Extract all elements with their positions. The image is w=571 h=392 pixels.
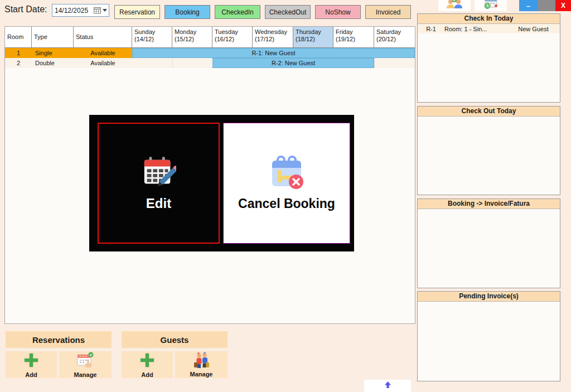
check-in-room: Room: 1 - Sin... bbox=[444, 26, 507, 32]
check-in-ref: R-1 bbox=[418, 26, 444, 32]
guests-section-title: Guests bbox=[122, 331, 228, 348]
day-header-thursday-today: Thursday(18/12) bbox=[293, 27, 333, 48]
pending-invoices-panel: Pending Invoice(s) bbox=[417, 291, 560, 381]
cancel-booking-tile[interactable]: Cancel Booking bbox=[223, 123, 350, 244]
guests-toolbar-button[interactable] bbox=[438, 0, 471, 11]
check-in-guest: New Guest bbox=[507, 26, 560, 32]
pending-invoices-title: Pending Invoice(s) bbox=[418, 292, 560, 302]
manage-calendar-icon bbox=[76, 352, 94, 371]
start-date-picker[interactable]: 14/12/2025 bbox=[52, 4, 109, 17]
check-out-today-title: Check Out Today bbox=[418, 107, 560, 117]
manage-guests-label: Manage bbox=[190, 371, 213, 378]
check-in-today-panel: Check In Today R-1 Room: 1 - Sin... New … bbox=[417, 13, 560, 103]
day-header-friday: Friday(19/12) bbox=[333, 27, 374, 48]
edit-calendar-pencil-icon bbox=[142, 156, 176, 192]
booking-invoice-title: Booking -> Invoice/Fatura bbox=[418, 199, 560, 209]
add-reservation-label: Add bbox=[25, 371, 37, 378]
check-in-today-title: Check In Today bbox=[418, 14, 560, 24]
close-button[interactable]: X bbox=[555, 0, 571, 11]
plus-icon bbox=[23, 352, 40, 371]
up-arrow-icon bbox=[384, 381, 392, 391]
cancel-booking-label: Cancel Booking bbox=[238, 196, 335, 211]
booking-action-popup: Edit Cancel Booking bbox=[89, 115, 354, 251]
booking-bar-r2[interactable]: R-2: New Guest bbox=[212, 58, 374, 68]
day-header-wednesday: Wednesday(17/12) bbox=[253, 27, 293, 48]
room-2-status[interactable]: Available bbox=[74, 58, 132, 68]
booking-bar-r1[interactable]: R-1: New Guest bbox=[132, 48, 415, 58]
day-header-sunday: Sunday(14/12) bbox=[132, 27, 172, 48]
travelers-icon bbox=[193, 352, 210, 370]
column-header-room: Room bbox=[5, 27, 32, 48]
calendar-clock-icon bbox=[481, 0, 500, 11]
check-out-today-panel: Check Out Today bbox=[417, 106, 560, 195]
reservations-section-title: Reservations bbox=[6, 331, 112, 348]
column-header-status: Status bbox=[74, 27, 132, 48]
day-header-tuesday: Tuesday(16/12) bbox=[212, 27, 253, 48]
plus-icon bbox=[139, 352, 156, 371]
calendar-grid-icon bbox=[94, 7, 101, 14]
legend-checkedout[interactable]: CheckedOut bbox=[265, 5, 311, 19]
cancel-booking-icon bbox=[266, 155, 307, 193]
column-header-type: Type bbox=[32, 27, 74, 48]
add-reservation-button[interactable]: Add bbox=[6, 351, 57, 378]
minimize-button[interactable]: – bbox=[519, 0, 538, 11]
legend-reservation[interactable]: Reservation bbox=[114, 5, 160, 19]
room-2-type[interactable]: Double bbox=[32, 58, 74, 68]
manage-reservations-button[interactable]: Manage bbox=[59, 351, 112, 378]
legend-noshow[interactable]: NoShow bbox=[315, 5, 361, 19]
day-header-monday: Monday(15/12) bbox=[172, 27, 212, 48]
add-guest-label: Add bbox=[141, 371, 153, 378]
start-date-label: Start Date: bbox=[4, 4, 47, 14]
expand-panel-button[interactable] bbox=[364, 380, 411, 392]
room-1-status[interactable]: Available bbox=[74, 48, 132, 58]
booking-invoice-panel: Booking -> Invoice/Fatura bbox=[417, 199, 560, 288]
legend-invoiced[interactable]: Invoiced bbox=[365, 5, 411, 19]
room-2-number[interactable]: 2 bbox=[5, 58, 32, 68]
manage-guests-button[interactable]: Manage bbox=[175, 351, 228, 378]
maximize-button[interactable] bbox=[538, 0, 555, 11]
room-1-number[interactable]: 1 bbox=[5, 48, 32, 58]
legend-checkedin[interactable]: CheckedIn bbox=[215, 5, 260, 19]
guests-icon bbox=[444, 0, 464, 11]
check-in-row[interactable]: R-1 Room: 1 - Sin... New Guest bbox=[418, 24, 560, 33]
room-1-type[interactable]: Single bbox=[32, 48, 74, 58]
edit-label: Edit bbox=[146, 196, 171, 211]
start-date-value[interactable]: 14/12/2025 bbox=[55, 7, 94, 14]
legend-booking[interactable]: Booking bbox=[164, 5, 210, 19]
dropdown-arrow-icon[interactable] bbox=[103, 9, 107, 12]
add-guest-button[interactable]: Add bbox=[122, 351, 173, 378]
edit-booking-tile[interactable]: Edit bbox=[98, 123, 220, 244]
day-header-saturday: Saturday(20/12) bbox=[374, 27, 415, 48]
schedule-toolbar-button[interactable] bbox=[475, 0, 507, 11]
manage-reservations-label: Manage bbox=[74, 371, 97, 378]
